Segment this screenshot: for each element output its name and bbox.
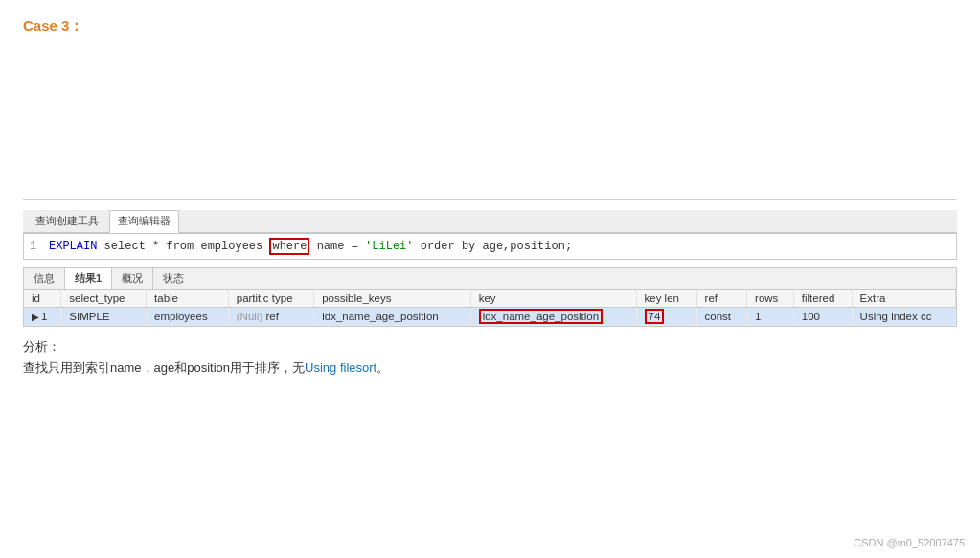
col-filtered: filtered — [793, 290, 852, 308]
case-title: Case 3： — [23, 17, 957, 35]
tab-status[interactable]: 状态 — [153, 268, 194, 289]
tab-query-editor[interactable]: 查询编辑器 — [109, 210, 179, 233]
explain-table: id select_type table partitic type possi… — [24, 290, 956, 326]
sql-name-part: name = — [309, 240, 365, 253]
cell-possible-keys: idx_name_age_position — [314, 308, 470, 326]
key-highlighted-value: idx_name_age_position — [479, 309, 603, 324]
col-select-type: select_type — [61, 290, 147, 308]
col-key-len: key len — [636, 290, 696, 308]
sql-select-part: select * from employees — [97, 240, 269, 253]
cell-table: employees — [147, 308, 229, 326]
query-tab-bar: 查询创建工具 查询编辑器 — [23, 210, 957, 233]
table-header-row: id select_type table partitic type possi… — [24, 290, 956, 308]
cell-filtered: 100 — [793, 308, 852, 326]
null-value: (Null) — [237, 311, 262, 322]
key-len-highlighted: 74 — [645, 309, 665, 324]
line-number: 1 — [30, 240, 39, 253]
analysis-line1-suffix: 。 — [376, 360, 389, 375]
query-panel: 1 EXPLAIN select * from employees where … — [23, 233, 957, 260]
analysis-highlight-filesort: Using filesort — [305, 360, 376, 375]
cell-id: ▶1 — [24, 308, 61, 326]
tab-query-builder[interactable]: 查询创建工具 — [27, 210, 107, 232]
tab-overview[interactable]: 概况 — [112, 268, 153, 289]
col-table: table — [147, 290, 229, 308]
sql-where-highlight: where — [269, 238, 309, 255]
col-rows: rows — [747, 290, 794, 308]
col-id: id — [24, 290, 61, 308]
col-partitions: partitic type — [228, 290, 313, 308]
cell-key-len: 74 — [636, 308, 696, 326]
analysis-section: 分析： 查找只用到索引name，age和position用于排序，无Using … — [23, 337, 957, 379]
cell-rows: 1 — [747, 308, 794, 326]
cell-select-type: SIMPLE — [61, 308, 147, 326]
col-possible-keys: possible_keys — [314, 290, 470, 308]
query-line: 1 EXPLAIN select * from employees where … — [24, 234, 956, 259]
tab-info[interactable]: 信息 — [24, 268, 65, 289]
row-arrow-icon: ▶ — [32, 312, 41, 322]
col-key: key — [470, 290, 636, 308]
sql-orderby-part: order by age,position; — [414, 240, 573, 253]
analysis-line1-prefix: 查找只用到索引name，age和position用于排序，无 — [23, 360, 305, 375]
cell-extra: Using index cc — [852, 308, 955, 326]
col-extra: Extra — [852, 290, 955, 308]
cell-key: idx_name_age_position — [470, 308, 636, 326]
sql-string-value: 'LiLei' — [365, 240, 413, 253]
sql-explain-keyword: EXPLAIN — [49, 240, 97, 253]
table-row: ▶1 SIMPLE employees (Null) ref idx_name_… — [24, 308, 956, 326]
csdn-watermark: CSDN @m0_52007475 — [854, 537, 965, 548]
col-ref: ref — [696, 290, 747, 308]
cell-ref: const — [696, 308, 747, 326]
analysis-title: 分析： — [23, 337, 957, 358]
tab-result1[interactable]: 结果1 — [65, 268, 112, 289]
section-divider — [23, 199, 957, 200]
analysis-text: 查找只用到索引name，age和position用于排序，无Using file… — [23, 358, 957, 379]
result-tab-bar: 信息 结果1 概况 状态 — [23, 267, 957, 289]
explain-table-wrapper: id select_type table partitic type possi… — [23, 289, 957, 327]
cell-partitions: (Null) ref — [228, 308, 313, 326]
